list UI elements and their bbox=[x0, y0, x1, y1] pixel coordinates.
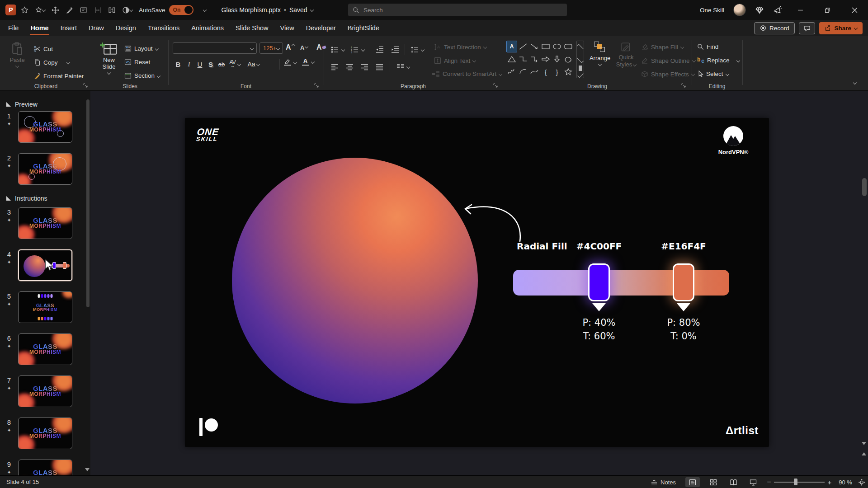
powerpoint-logo-icon[interactable]: P bbox=[5, 5, 16, 15]
tab-home[interactable]: Home bbox=[24, 20, 54, 36]
gradient-stop-2[interactable] bbox=[673, 263, 694, 311]
file-title[interactable]: Glass Morphism.pptx • Saved bbox=[222, 6, 313, 14]
next-slide-icon[interactable] bbox=[862, 442, 866, 447]
qat-overflow-icon[interactable] bbox=[203, 8, 206, 12]
slide-sorter-button[interactable] bbox=[706, 477, 721, 487]
zoom-in-button[interactable]: + bbox=[826, 477, 834, 487]
font-dialog-launcher[interactable] bbox=[314, 83, 319, 88]
tab-view[interactable]: View bbox=[274, 20, 300, 36]
slide-item-2[interactable]: 2✦ GLASSMORPHISM bbox=[0, 153, 87, 185]
shape-freeform-icon[interactable] bbox=[563, 53, 574, 65]
clipboard-dialog-launcher[interactable] bbox=[83, 83, 88, 88]
decrease-indent-button[interactable] bbox=[376, 46, 384, 53]
whats-new-megaphone-icon[interactable] bbox=[773, 5, 782, 14]
align-center-button[interactable] bbox=[346, 64, 354, 70]
gallery-up-icon[interactable] bbox=[577, 41, 584, 53]
character-spacing-button[interactable]: AV↔ bbox=[227, 59, 238, 70]
slide-canvas[interactable]: ONE SKILL NordVPN® Radial Fill #4C00FF #… bbox=[185, 118, 769, 447]
qat-star-badge-icon[interactable] bbox=[21, 6, 28, 14]
justify-button[interactable] bbox=[376, 64, 383, 70]
section-instructions[interactable]: Instructions bbox=[6, 195, 47, 202]
slideshow-button[interactable] bbox=[746, 477, 760, 487]
shape-down-arrow-icon[interactable] bbox=[552, 53, 562, 65]
zoom-level[interactable]: 90 % bbox=[835, 477, 855, 487]
shape-scribble-icon[interactable] bbox=[506, 66, 517, 78]
align-right-button[interactable] bbox=[361, 64, 368, 70]
italic-button[interactable]: I bbox=[184, 59, 194, 70]
share-button[interactable]: Share bbox=[819, 22, 863, 34]
diamond-icon[interactable] bbox=[755, 5, 764, 14]
sidebar-scrollbar[interactable] bbox=[86, 99, 90, 307]
slide-item-1[interactable]: 1✦ GLASSMORPHISM bbox=[0, 111, 87, 143]
record-button[interactable]: Record bbox=[754, 22, 795, 34]
canvas-scrollbar[interactable] bbox=[862, 178, 867, 196]
autosave-toggle[interactable]: On bbox=[169, 5, 193, 15]
tab-animations[interactable]: Animations bbox=[185, 20, 230, 36]
slide-item-6[interactable]: 6✦ GLASSMORPHISM bbox=[0, 333, 87, 365]
fit-to-window-button[interactable] bbox=[856, 477, 867, 487]
shapes-gallery[interactable]: A { } bbox=[506, 41, 574, 78]
find-button[interactable]: Find bbox=[697, 43, 718, 50]
gallery-down-icon[interactable] bbox=[577, 53, 584, 66]
replace-button[interactable]: bc Replace bbox=[697, 57, 740, 64]
layout-button[interactable]: Layout bbox=[124, 45, 158, 52]
slide-thumbnail-1[interactable]: GLASSMORPHISM bbox=[18, 111, 72, 143]
slide-item-7[interactable]: 7✦ GLASSMORPHISM bbox=[0, 375, 87, 407]
reset-button[interactable]: Reset bbox=[124, 59, 150, 66]
sidebar-scroll-down-icon[interactable] bbox=[85, 468, 90, 474]
shape-line-icon[interactable] bbox=[518, 41, 528, 52]
normal-view-button[interactable] bbox=[685, 477, 700, 487]
shape-triangle-icon[interactable] bbox=[506, 53, 517, 65]
select-button[interactable]: Select bbox=[697, 70, 729, 77]
qat-move-icon[interactable] bbox=[52, 6, 59, 14]
restore-button[interactable] bbox=[818, 0, 836, 20]
strikethrough-button[interactable]: ab bbox=[216, 59, 227, 70]
slide-thumbnail-8[interactable]: GLASSMORPHISM bbox=[18, 418, 72, 449]
search-box[interactable] bbox=[348, 4, 567, 16]
increase-indent-button[interactable] bbox=[391, 46, 399, 53]
shape-arrow-icon[interactable] bbox=[529, 41, 540, 52]
slide-thumbnail-2[interactable]: GLASSMORPHISM bbox=[18, 153, 72, 185]
stop2-handle[interactable] bbox=[673, 263, 694, 301]
comments-button[interactable] bbox=[799, 22, 815, 34]
shapes-gallery-scroll[interactable] bbox=[576, 41, 584, 78]
format-painter-button[interactable]: Format Painter bbox=[33, 72, 84, 80]
stop1-handle[interactable] bbox=[588, 263, 610, 301]
shape-oval-icon[interactable] bbox=[552, 41, 562, 52]
shape-arc-icon[interactable] bbox=[518, 66, 528, 78]
paragraph-dialog-launcher[interactable] bbox=[493, 83, 498, 88]
tab-brightslide[interactable]: BrightSlide bbox=[342, 20, 385, 36]
font-size-combo[interactable]: 125+ bbox=[259, 42, 283, 54]
shape-right-brace-icon[interactable]: } bbox=[552, 66, 562, 78]
text-shadow-button[interactable]: S bbox=[205, 59, 216, 70]
drawing-dialog-launcher[interactable] bbox=[681, 83, 686, 88]
cut-button[interactable]: Cut bbox=[33, 45, 53, 52]
gradient-stop-1[interactable] bbox=[588, 263, 610, 311]
grow-font-button[interactable]: A bbox=[286, 43, 295, 52]
tab-design[interactable]: Design bbox=[110, 20, 142, 36]
qat-contrast-icon[interactable] bbox=[122, 6, 132, 14]
bullets-button[interactable] bbox=[331, 46, 339, 53]
collapse-ribbon-icon[interactable] bbox=[853, 81, 857, 84]
change-case-button[interactable]: Aa bbox=[246, 59, 257, 70]
slide-thumbnail-6[interactable]: GLASSMORPHISM bbox=[18, 333, 72, 365]
slide-item-5[interactable]: 5✦ GLASSMORPHISM bbox=[0, 291, 87, 323]
notes-button[interactable]: Notes bbox=[647, 477, 679, 487]
avatar[interactable] bbox=[733, 4, 746, 16]
shape-star-icon[interactable] bbox=[563, 66, 574, 78]
zoom-slider-track[interactable] bbox=[774, 482, 825, 483]
gallery-more-icon[interactable] bbox=[577, 66, 584, 78]
tab-developer[interactable]: Developer bbox=[300, 20, 342, 36]
bold-button[interactable]: B bbox=[173, 59, 184, 70]
slide-thumbnail-9[interactable]: GLASSMORPHISM bbox=[18, 460, 72, 475]
qat-painter-icon[interactable] bbox=[66, 6, 73, 14]
shrink-font-button[interactable]: A bbox=[300, 44, 308, 51]
gradient-sphere[interactable] bbox=[232, 158, 478, 404]
slide-item-8[interactable]: 8✦ GLASSMORPHISM bbox=[0, 418, 87, 449]
line-spacing-button[interactable] bbox=[410, 46, 419, 53]
minimize-button[interactable] bbox=[791, 0, 809, 20]
font-name-combo[interactable] bbox=[173, 42, 257, 54]
tab-file[interactable]: File bbox=[0, 20, 24, 36]
slide-item-3[interactable]: 3✦ GLASSMORPHISM bbox=[0, 207, 87, 239]
arrange-button[interactable]: Arrange bbox=[587, 42, 613, 66]
